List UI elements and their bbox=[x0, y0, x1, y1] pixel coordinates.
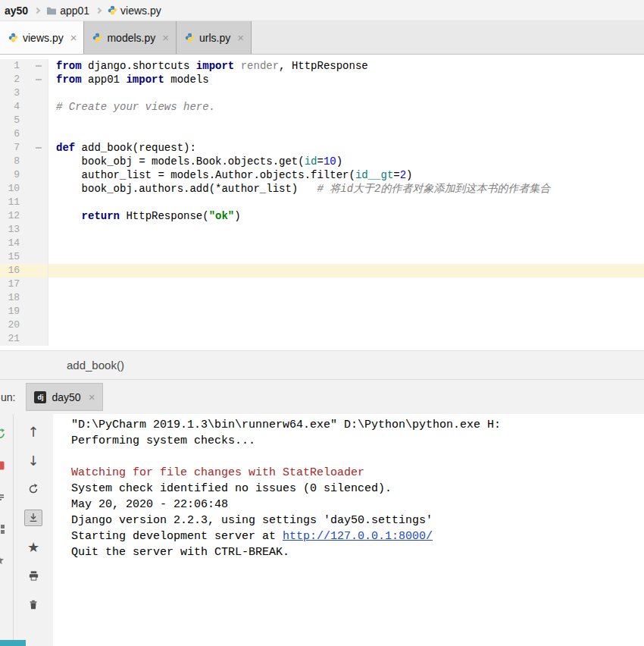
editor-gutter: 8 bbox=[0, 155, 48, 168]
fold-marker bbox=[20, 196, 47, 209]
code-token: django.shortcuts bbox=[82, 60, 196, 72]
python-icon bbox=[92, 33, 102, 42]
code-text bbox=[48, 127, 56, 141]
run-panel: ↑↓★ "D:\PyCharm 2019.1.3\bin\runnerw64.e… bbox=[0, 414, 644, 646]
code-token: import bbox=[196, 60, 234, 72]
server-url-link[interactable]: http://127.0.0.1:8000/ bbox=[283, 530, 433, 543]
breadcrumb-item-ay50[interactable]: ay50 bbox=[2, 5, 31, 17]
list-icon[interactable] bbox=[0, 491, 6, 503]
editor-gutter: 14 bbox=[0, 237, 48, 250]
fold-marker bbox=[20, 100, 47, 114]
breadcrumb-item-views-py[interactable]: views.py bbox=[105, 5, 164, 17]
code-token: = bbox=[317, 155, 323, 168]
run-console-output[interactable]: "D:\PyCharm 2019.1.3\bin\runnerw64.exe" … bbox=[53, 414, 644, 646]
chevron-right-icon bbox=[95, 7, 102, 13]
grid-icon[interactable] bbox=[0, 523, 6, 535]
code-line-3[interactable]: 3 bbox=[0, 86, 644, 100]
console-line: System check identified no issues (0 sil… bbox=[71, 481, 644, 497]
code-line-5[interactable]: 5 bbox=[0, 114, 644, 127]
code-text bbox=[48, 278, 56, 291]
line-number: 2 bbox=[0, 73, 20, 86]
django-icon: dj bbox=[34, 391, 46, 403]
code-line-20[interactable]: 20 bbox=[0, 318, 644, 332]
fold-marker[interactable] bbox=[20, 59, 47, 73]
code-line-12[interactable]: 12 return HttpResponse("ok") bbox=[0, 209, 644, 223]
line-number: 19 bbox=[0, 305, 20, 318]
scroll-to-end-icon[interactable] bbox=[24, 510, 42, 526]
code-token: id__gt bbox=[355, 169, 393, 181]
tab-close-icon[interactable]: × bbox=[237, 31, 244, 44]
code-line-7[interactable]: 7def add_book(request): bbox=[0, 141, 644, 155]
chevron-right-icon bbox=[34, 7, 40, 13]
editor-tab-models-py[interactable]: models.py× bbox=[84, 21, 177, 54]
stop-icon[interactable] bbox=[0, 459, 6, 472]
line-number: 8 bbox=[0, 155, 20, 168]
breadcrumb-item-app01[interactable]: app01 bbox=[43, 5, 92, 17]
breadcrumb-label: ay50 bbox=[5, 5, 28, 17]
printer-icon[interactable] bbox=[24, 567, 42, 584]
editor-gutter: 21 bbox=[0, 332, 48, 346]
tab-label: urls.py bbox=[199, 32, 230, 44]
code-token: # 将id大于2的作者对象添加到这本书的作者集合 bbox=[317, 183, 550, 195]
line-number: 16 bbox=[0, 264, 20, 278]
fold-marker[interactable] bbox=[20, 73, 47, 86]
pin-star-icon[interactable] bbox=[0, 555, 6, 567]
console-text: Starting development server at bbox=[71, 530, 283, 543]
tab-close-icon[interactable]: × bbox=[162, 31, 169, 44]
code-text bbox=[48, 305, 56, 318]
fold-marker bbox=[20, 278, 47, 291]
tab-close-icon[interactable]: × bbox=[70, 31, 77, 44]
code-line-9[interactable]: 9 author_list = models.Author.objects.fi… bbox=[0, 168, 644, 182]
run-tab-day50[interactable]: dj day50 × bbox=[26, 383, 103, 411]
code-line-11[interactable]: 11 bbox=[0, 196, 644, 209]
code-token: book_obj.authors.add(*author_list) bbox=[56, 183, 317, 195]
code-line-21[interactable]: 21 bbox=[0, 332, 644, 346]
star-icon[interactable]: ★ bbox=[24, 538, 42, 555]
code-token: return bbox=[82, 210, 120, 222]
code-line-14[interactable]: 14 bbox=[0, 237, 644, 250]
fold-marker bbox=[20, 127, 47, 141]
python-icon bbox=[108, 5, 117, 15]
code-line-17[interactable]: 17 bbox=[0, 278, 644, 291]
editor-gutter: 1 bbox=[0, 59, 48, 73]
code-line-4[interactable]: 4# Create your views here. bbox=[0, 100, 644, 114]
context-function-label: add_book() bbox=[67, 359, 124, 372]
code-text: from app01 import models bbox=[48, 73, 209, 86]
trash-icon[interactable] bbox=[24, 596, 42, 613]
rerun-run-icon[interactable] bbox=[0, 428, 6, 440]
code-line-2[interactable]: 2from app01 import models bbox=[0, 73, 644, 86]
editor-tab-views-py[interactable]: views.py× bbox=[0, 21, 84, 54]
code-line-16[interactable]: 16 bbox=[0, 264, 644, 278]
code-token: ) bbox=[406, 169, 412, 181]
code-line-13[interactable]: 13 bbox=[0, 223, 644, 237]
fold-marker[interactable] bbox=[20, 141, 47, 155]
console-text: Watching for file changes with StatReloa… bbox=[71, 466, 364, 479]
fold-marker bbox=[20, 250, 47, 264]
line-number: 9 bbox=[0, 168, 20, 182]
line-number: 6 bbox=[0, 127, 20, 141]
code-line-6[interactable]: 6 bbox=[0, 127, 644, 141]
down-arrow-icon[interactable]: ↓ bbox=[24, 452, 42, 469]
fold-marker bbox=[20, 86, 47, 100]
code-line-18[interactable]: 18 bbox=[0, 291, 644, 305]
console-line: Starting development server at http://12… bbox=[71, 528, 644, 544]
console-line: Django version 2.2.3, using settings 'da… bbox=[71, 513, 644, 528]
fold-marker bbox=[20, 209, 47, 223]
up-arrow-icon[interactable]: ↑ bbox=[24, 423, 42, 440]
code-line-19[interactable]: 19 bbox=[0, 305, 644, 318]
breadcrumb-label: app01 bbox=[60, 5, 89, 17]
code-line-1[interactable]: 1from django.shortcuts import render, Ht… bbox=[0, 59, 644, 73]
fold-marker bbox=[20, 305, 47, 318]
rerun-icon[interactable] bbox=[24, 481, 42, 497]
editor-gutter: 12 bbox=[0, 209, 48, 223]
code-line-15[interactable]: 15 bbox=[0, 250, 644, 264]
tab-label: models.py bbox=[107, 32, 155, 44]
tab-close-icon[interactable]: × bbox=[89, 390, 95, 403]
code-text bbox=[48, 264, 56, 278]
code-editor[interactable]: 1from django.shortcuts import render, Ht… bbox=[0, 55, 644, 350]
editor-gutter: 3 bbox=[0, 86, 48, 100]
code-line-10[interactable]: 10 book_obj.authors.add(*author_list) # … bbox=[0, 182, 644, 196]
editor-tab-urls-py[interactable]: urls.py× bbox=[177, 21, 252, 54]
code-line-8[interactable]: 8 book_obj = models.Book.objects.get(id=… bbox=[0, 155, 644, 168]
fold-marker bbox=[20, 168, 47, 182]
